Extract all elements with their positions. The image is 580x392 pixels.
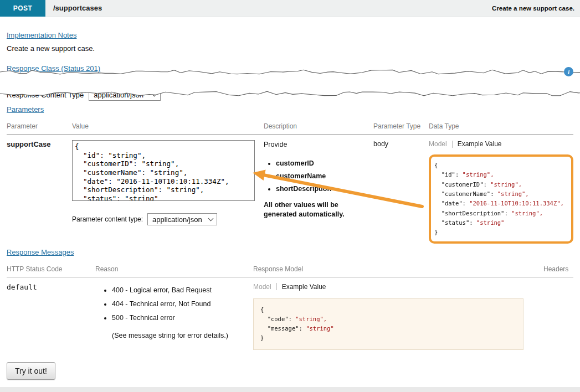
reason-bullet: 404 - Technical error, Not Found [112, 300, 253, 308]
reason-cell: 400 - Logical error, Bad Request 404 - T… [95, 283, 253, 350]
chevron-down-icon [152, 91, 157, 96]
parameter-row: supportCase { "id": "string", "customerI… [7, 135, 573, 248]
json-line: "code": "string", [260, 314, 516, 324]
reason-bullet: 500 - Technical error [112, 314, 253, 322]
description-bullet: customerID [276, 159, 366, 167]
example-value-snippet: { "id": "string", "customerID": "string"… [432, 158, 570, 240]
tab-model[interactable]: Model [429, 140, 447, 148]
try-it-out-button[interactable]: Try it out! [7, 362, 55, 380]
parameter-type-value: body [373, 140, 388, 148]
param-name-cell: supportCase [7, 140, 72, 244]
json-line: "status": "string" [434, 218, 568, 228]
info-icon-glyph: i [568, 69, 569, 75]
swagger-operation-page: POST /supportcases Create a new support … [0, 0, 580, 392]
response-messages-table: HTTP Status Code Reason Response Model H… [7, 265, 573, 354]
tab-model[interactable]: Model [253, 283, 271, 291]
json-line: "message": "string" [260, 324, 516, 333]
footer-bar [0, 387, 580, 392]
data-type-tabs: Model Example Value [429, 140, 573, 148]
http-method-badge: POST [0, 0, 45, 17]
implementation-notes-text: Create a new support case. [7, 44, 573, 53]
chevron-down-icon [208, 215, 214, 221]
response-content-type-value: application/json [94, 91, 143, 99]
col-reason: Reason [95, 265, 253, 273]
response-table-header: HTTP Status Code Reason Response Model H… [7, 265, 573, 277]
operation-header-bar[interactable]: POST /supportcases Create a new support … [0, 0, 580, 17]
response-content-type-select[interactable]: application/json [89, 89, 161, 101]
json-line: "customerName": "string", [434, 189, 568, 199]
annotation-highlight-border: { "id": "string", "customerID": "string"… [429, 154, 573, 244]
json-line: "id": "string", [434, 170, 568, 179]
tab-example-value[interactable]: Example Value [282, 283, 326, 291]
parameters-table-header: Parameter Value Description Parameter Ty… [7, 122, 573, 135]
col-http-status-code: HTTP Status Code [7, 265, 95, 273]
response-model-cell: Model Example Value { "code": "string", … [253, 283, 529, 350]
col-data-type: Data Type [429, 122, 573, 130]
response-row: default 400 - Logical error, Bad Request… [7, 277, 573, 354]
param-description-cell: Provide customerID customerName shortDes… [264, 140, 373, 244]
col-description: Description [264, 122, 373, 130]
endpoint-summary: Create a new support case. [492, 5, 574, 12]
reason-note: (See message string for error details.) [112, 332, 253, 339]
tab-divider [276, 283, 277, 290]
description-intro: Provide [264, 141, 366, 148]
response-messages-link[interactable]: Response Messages [7, 248, 74, 256]
tab-example-value[interactable]: Example Value [458, 140, 502, 148]
parameters-link[interactable]: Parameters [7, 105, 44, 114]
endpoint-path-link[interactable]: /supportcases [53, 4, 102, 12]
parameter-content-type-label: Parameter content type: [72, 215, 143, 223]
reason-bullet: 400 - Logical error, Bad Request [112, 286, 253, 294]
status-code-value: default [7, 283, 37, 291]
torn-screenshot-region: Response Class (Status 201) Response Con… [7, 64, 573, 105]
status-code-cell: default [7, 283, 95, 350]
description-bullet-list: customerID customerName shortDescription [264, 159, 366, 193]
response-example-box: { "code": "string", "message": "string" … [253, 298, 523, 350]
response-example-snippet: { "code": "string", "message": "string" … [258, 302, 519, 346]
description-note: All other values will be generated autom… [264, 200, 366, 219]
json-line: "date": "2016-11-10T10:10:11.334Z", [434, 199, 568, 208]
parameter-content-type-value: application/json [152, 215, 202, 224]
parameter-content-type-row: Parameter content type: application/json [72, 213, 264, 225]
response-content-type-label: Response Content Type [7, 91, 84, 99]
info-icon[interactable]: i [564, 67, 573, 76]
json-line: { [434, 161, 568, 170]
json-line: } [260, 333, 516, 343]
description-bullet: customerName [276, 172, 366, 180]
parameter-content-type-select[interactable]: application/json [147, 213, 217, 225]
col-headers: Headers [529, 265, 573, 273]
col-value: Value [72, 122, 264, 130]
json-line: } [434, 228, 568, 237]
col-response-model: Response Model [253, 265, 529, 273]
json-line: "customerID": "string", [434, 180, 568, 189]
implementation-notes-link[interactable]: Implementation Notes [7, 31, 76, 39]
json-line: { [260, 305, 516, 314]
response-content-type-row: Response Content Type application/json [7, 89, 161, 101]
json-line: "shortDescription": "string", [434, 209, 568, 218]
response-class-link[interactable]: Response Class (Status 201) [7, 64, 100, 73]
col-parameter: Parameter [7, 122, 72, 130]
param-name: supportCase [7, 140, 50, 148]
param-value-cell: { "id": "string", "customerID": "string"… [72, 140, 264, 244]
data-type-cell: Model Example Value { "id": "string", "c… [429, 140, 573, 244]
description-bullet: shortDescription [276, 185, 366, 193]
reason-bullet-list: 400 - Logical error, Bad Request 404 - T… [95, 286, 253, 322]
col-parameter-type: Parameter Type [373, 122, 429, 130]
param-value-textarea[interactable]: { "id": "string", "customerID": "string"… [72, 140, 255, 201]
response-model-tabs: Model Example Value [253, 283, 529, 291]
parameters-table: Parameter Value Description Parameter Ty… [7, 122, 573, 248]
operation-body: Implementation Notes Create a new suppor… [0, 17, 580, 380]
parameter-type-cell: body [373, 140, 429, 244]
tab-divider [452, 141, 453, 148]
headers-cell [529, 283, 573, 350]
